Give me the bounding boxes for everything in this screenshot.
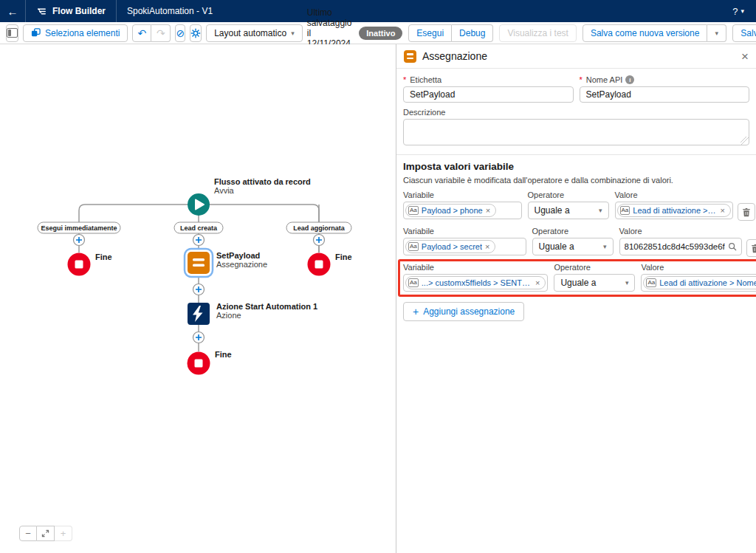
undo-icon: ↶ xyxy=(138,28,147,38)
select-elements-icon xyxy=(31,28,41,38)
chevron-down-icon: ▾ xyxy=(715,30,719,37)
operator-select[interactable]: Uguale a ▾ xyxy=(554,274,635,292)
action-node-start-automation[interactable]: Azione Start Automation 1 Azione xyxy=(188,302,317,325)
add-assignment-button[interactable]: + Aggiungi assegnazione xyxy=(403,302,524,321)
undo-button[interactable]: ↶ xyxy=(132,24,151,42)
status-badge: Inattivo xyxy=(359,27,402,40)
resource-pill[interactable]: Aa Payload > phone × xyxy=(405,204,496,217)
zoom-controls: − + xyxy=(19,526,72,541)
close-icon[interactable]: × xyxy=(741,50,749,63)
resource-icon: Aa xyxy=(408,242,419,251)
assignment-node-subtitle: Assegnazione xyxy=(216,260,267,269)
view-tests-button[interactable]: Visualizza i test xyxy=(499,24,576,42)
required-asterisk: * xyxy=(580,75,583,84)
app-title-section: Flow Builder xyxy=(25,0,116,22)
delete-row-button[interactable] xyxy=(738,203,755,221)
label-field-label: * Etichetta xyxy=(403,75,574,84)
start-node[interactable]: Flusso attivato da record Avvia xyxy=(188,177,311,216)
remove-pill-icon[interactable]: × xyxy=(721,206,725,215)
resource-pill[interactable]: Aa ...> customx5ffields > SENTENCE × xyxy=(405,276,546,289)
assignment-row: Variabile Aa Payload > secret × Operator… xyxy=(403,227,749,257)
remove-pill-icon[interactable]: × xyxy=(485,242,489,251)
variable-input[interactable]: Aa Payload > phone × xyxy=(403,202,522,219)
remove-pill-icon[interactable]: × xyxy=(486,206,490,215)
fit-view-button[interactable] xyxy=(37,526,55,541)
trash-icon xyxy=(751,244,756,253)
action-node-title: Azione Start Automation 1 xyxy=(216,302,317,311)
toolbar: Seleziona elementi ↶ ↷ ⊘ Layout automati… xyxy=(0,22,756,44)
description-field-input[interactable] xyxy=(403,119,749,145)
flow-builder-logo-icon xyxy=(36,6,47,17)
redo-button[interactable]: ↷ xyxy=(151,24,171,42)
gear-icon xyxy=(190,28,201,38)
value-input[interactable]: 81062851dc8d4c5993de6fda5025 xyxy=(619,238,743,255)
variable-column-label: Variabile xyxy=(403,227,526,236)
assignment-node-setpayload[interactable]: SetPayload Assegnazione xyxy=(185,249,267,277)
section-helper-text: Ciascun variabile è modificata dall'oper… xyxy=(403,176,749,185)
back-icon[interactable]: ← xyxy=(0,5,25,18)
operator-select[interactable]: Uguale a ▾ xyxy=(528,202,609,219)
add-node-button[interactable] xyxy=(74,235,85,246)
add-node-button[interactable] xyxy=(314,235,325,246)
layout-select[interactable]: Layout automatico ▾ xyxy=(206,24,303,42)
panel-toggle-icon xyxy=(7,28,18,38)
flow-canvas[interactable]: Flusso attivato da record Avvia Esegui i… xyxy=(0,44,396,553)
label-field-input[interactable] xyxy=(403,86,574,103)
settings-button[interactable] xyxy=(190,24,202,42)
end-node-right[interactable]: Fine xyxy=(308,253,352,276)
panel-header: Assegnazione × xyxy=(396,44,756,69)
resource-pill[interactable]: Aa Payload > secret × xyxy=(405,240,495,253)
assignment-node-title: SetPayload xyxy=(216,251,260,260)
action-node-subtitle: Azione xyxy=(216,311,241,320)
toggle-panel-button[interactable] xyxy=(6,24,18,42)
variable-input[interactable]: Aa Payload > secret × xyxy=(403,238,526,255)
save-dropdown-button[interactable]: ▾ xyxy=(707,24,726,42)
select-elements-button[interactable]: Seleziona elementi xyxy=(23,24,128,42)
search-icon[interactable] xyxy=(728,242,737,251)
info-icon[interactable]: i xyxy=(625,75,634,84)
resource-icon: Aa xyxy=(620,206,630,215)
resource-pill[interactable]: Aa Lead di attivazione > Telefono × xyxy=(617,204,732,217)
end-node-left[interactable]: Fine xyxy=(68,253,112,276)
zoom-in-button[interactable]: + xyxy=(55,526,72,541)
flow-diagram: Flusso attivato da record Avvia Esegui i… xyxy=(0,44,396,553)
assignment-row-highlighted: Variabile Aa ...> customx5ffields > SENT… xyxy=(403,263,749,293)
value-column-label: Valore xyxy=(619,227,743,236)
branch-label-updated: Lead aggiornata xyxy=(286,222,351,233)
fit-view-icon xyxy=(41,529,49,537)
delete-row-button[interactable] xyxy=(746,239,756,257)
required-asterisk: * xyxy=(403,75,406,84)
variable-column-label: Variabile xyxy=(403,263,548,272)
end-node-label: Fine xyxy=(335,253,352,261)
debug-button[interactable]: Debug xyxy=(452,24,493,42)
operator-select[interactable]: Uguale a ▾ xyxy=(532,238,614,255)
operator-column-label: Operatore xyxy=(532,227,614,236)
panel-title: Assegnazione xyxy=(422,50,487,62)
variable-column-label: Variabile xyxy=(403,190,522,199)
chevron-down-icon: ▾ xyxy=(291,30,295,37)
api-name-field-input[interactable] xyxy=(580,86,750,103)
zoom-out-button[interactable]: − xyxy=(19,526,37,541)
add-node-button[interactable] xyxy=(193,284,205,295)
resource-pill[interactable]: Aa Lead di attivazione > Nome × xyxy=(643,276,756,289)
prohibit-icon: ⊘ xyxy=(176,28,185,38)
add-node-button[interactable] xyxy=(193,332,205,343)
run-button[interactable]: Esegui xyxy=(408,24,452,42)
chevron-down-icon: ▾ xyxy=(603,243,607,250)
save-button[interactable]: Salva xyxy=(732,24,756,42)
add-node-button[interactable] xyxy=(193,235,205,246)
start-node-subtitle: Avvia xyxy=(214,186,235,195)
value-input[interactable]: Aa Lead di attivazione > Telefono × xyxy=(615,202,734,219)
assignment-icon xyxy=(404,50,416,63)
end-node-bottom[interactable]: Fine xyxy=(188,350,232,375)
remove-pill-icon[interactable]: × xyxy=(535,278,540,287)
resource-icon: Aa xyxy=(408,278,419,287)
disable-elements-button[interactable]: ⊘ xyxy=(175,24,185,42)
save-as-new-version-button[interactable]: Salva come nuova versione xyxy=(583,24,707,42)
api-name-field-label: * Nome API i xyxy=(580,75,750,84)
svg-text:Lead creata: Lead creata xyxy=(180,224,218,232)
value-input[interactable]: Aa Lead di attivazione > Nome × xyxy=(641,274,756,292)
operator-column-label: Operatore xyxy=(528,190,609,199)
variable-input[interactable]: Aa ...> customx5ffields > SENTENCE × xyxy=(403,274,548,292)
branch-label-created: Lead creata xyxy=(174,222,223,233)
